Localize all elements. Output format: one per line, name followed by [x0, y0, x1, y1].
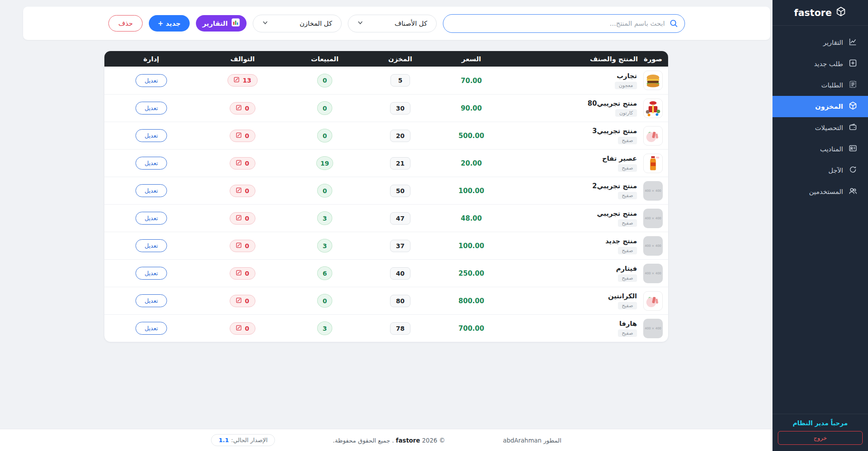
edit-button[interactable]: تعديل [135, 239, 167, 252]
chevron-down-icon [262, 20, 268, 28]
edit-button[interactable]: تعديل [135, 294, 167, 307]
wallet-icon [848, 123, 857, 133]
edit-button[interactable]: تعديل [135, 184, 167, 197]
stock-badge: 21 [390, 157, 410, 170]
damaged-badge[interactable]: 0 [230, 240, 255, 252]
edit-button[interactable]: تعديل [135, 212, 167, 225]
damaged-badge[interactable]: 0 [230, 212, 255, 225]
sidebar-item-users[interactable]: المستخدمين [772, 181, 868, 202]
stock-badge: 20 [390, 130, 410, 142]
plus-square-icon [848, 59, 857, 69]
damaged-badge[interactable]: 0 [230, 185, 255, 197]
product-name: هارفا [619, 320, 637, 328]
edit-button[interactable]: تعديل [135, 102, 167, 115]
category-filter-select[interactable]: كل الأصناف [348, 15, 437, 32]
product-image-placeholder: 400 × 400 [643, 264, 663, 283]
product-name: منتج تجريبي2 [592, 182, 637, 190]
product-image-placeholder: 400 × 400 [643, 319, 663, 338]
table-row: الكرانتين صفيح 800.00 80 0 0 تعديل [104, 287, 668, 314]
table-row: منتج تجريبي80 كارتون 90.00 30 0 0 تعديل [104, 94, 668, 122]
search-input[interactable] [443, 14, 685, 33]
damaged-badge[interactable]: 0 [230, 322, 255, 335]
sidebar-item-label: التقارير [823, 39, 843, 47]
sidebar-item-inventory[interactable]: المخزون [772, 96, 868, 117]
edit-button[interactable]: تعديل [135, 267, 167, 280]
sidebar-item-label: طلب جديد [814, 60, 843, 68]
damaged-count: 0 [245, 132, 249, 139]
sidebar-item-reports[interactable]: التقارير [772, 32, 868, 53]
edit-pencil-icon [236, 132, 242, 139]
welcome-message: مرحباً مدير النظام [778, 419, 863, 427]
product-name: فيتارم [616, 265, 637, 273]
sidebar-item-collections[interactable]: التحصيلات [772, 117, 868, 138]
chart-line-icon [848, 37, 857, 48]
developer-name: abdArahman [503, 437, 542, 444]
sales-badge: 6 [317, 266, 332, 280]
sales-badge: 3 [317, 239, 332, 253]
stock-badge: 78 [390, 322, 410, 335]
chevron-down-icon [357, 20, 363, 28]
damaged-badge[interactable]: 0 [230, 295, 255, 307]
warehouse-filter-select[interactable]: كل المخازن [253, 15, 342, 32]
developer-credit: المطور abdArahman [503, 437, 561, 444]
refresh-icon [848, 165, 857, 176]
damaged-badge[interactable]: 0 [230, 267, 255, 280]
sales-badge: 3 [317, 211, 332, 225]
reports-button[interactable]: التقارير [196, 15, 247, 32]
developer-label: المطور [543, 437, 561, 444]
price-value: 20.00 [461, 159, 482, 167]
sidebar-item-reps[interactable]: المناديب [772, 138, 868, 160]
price-value: 100.00 [458, 187, 484, 195]
category-badge: صفيح [618, 329, 637, 337]
category-badge: صفيح [618, 274, 637, 282]
sidebar-item-orders[interactable]: الطلبات [772, 75, 868, 96]
header-damaged: التوالف [198, 55, 287, 63]
sales-badge: 0 [317, 74, 332, 87]
damaged-badge[interactable]: 13 [227, 74, 257, 87]
edit-button[interactable]: تعديل [135, 322, 167, 335]
price-value: 700.00 [458, 324, 484, 332]
app-logo: fastore [772, 0, 868, 26]
table-row: 400 × 400 منتج تجريبي صفيح 48.00 47 3 0 … [104, 204, 668, 232]
sales-badge: 3 [317, 321, 332, 335]
edit-pencil-icon [236, 105, 242, 112]
damaged-badge[interactable]: 0 [230, 130, 255, 142]
copyright-suffix: . جميع الحقوق محفوظة. [333, 437, 394, 444]
table-row: 400 × 400 منتج تجريبي2 صفيح 100.00 50 0 … [104, 177, 668, 204]
page-footer: المطور abdArahman © 2026 fastore . جميع … [0, 429, 772, 451]
sidebar-item-label: المناديب [820, 145, 843, 153]
delete-button[interactable]: حذف [108, 15, 143, 32]
sidebar-item-label: المستخدمين [809, 188, 843, 196]
logout-button[interactable]: خروج [778, 431, 863, 445]
version-value: 1.1 [219, 437, 229, 443]
edit-pencil-icon [236, 215, 242, 222]
sidebar-item-deferred[interactable]: الآجل [772, 160, 868, 181]
product-image [643, 71, 663, 90]
edit-button[interactable]: تعديل [135, 74, 167, 87]
edit-pencil-icon [236, 187, 242, 194]
damaged-count: 0 [245, 297, 249, 305]
stock-badge: 50 [390, 185, 410, 197]
damaged-count: 0 [245, 105, 249, 112]
product-image-placeholder: 400 × 400 [643, 236, 663, 256]
main-content: كل الأصناف كل المخازن التقارير جديد + حذ… [0, 0, 772, 451]
category-badge: صفيح [618, 247, 637, 254]
sidebar-item-label: الآجل [828, 166, 843, 174]
edit-button[interactable]: تعديل [135, 157, 167, 170]
search-icon [669, 19, 678, 30]
stock-badge: 80 [390, 295, 410, 307]
damaged-badge[interactable]: 0 [230, 102, 255, 115]
category-badge: صفيح [618, 219, 637, 227]
sales-badge: 0 [317, 101, 332, 115]
stock-badge: 47 [390, 212, 410, 225]
product-name: الكرانتين [608, 292, 637, 300]
sidebar-item-new-order[interactable]: طلب جديد [772, 53, 868, 75]
cube-logo-icon [836, 6, 846, 19]
edit-button[interactable]: تعديل [135, 129, 167, 142]
new-button[interactable]: جديد + [149, 15, 190, 32]
damaged-badge[interactable]: 0 [230, 157, 255, 170]
table-row: 400 × 400 فيتارم صفيح 250.00 40 6 0 تعدي… [104, 259, 668, 287]
app-title: fastore [794, 8, 832, 18]
box-icon [848, 101, 857, 112]
product-image-placeholder: 400 × 400 [643, 181, 663, 201]
